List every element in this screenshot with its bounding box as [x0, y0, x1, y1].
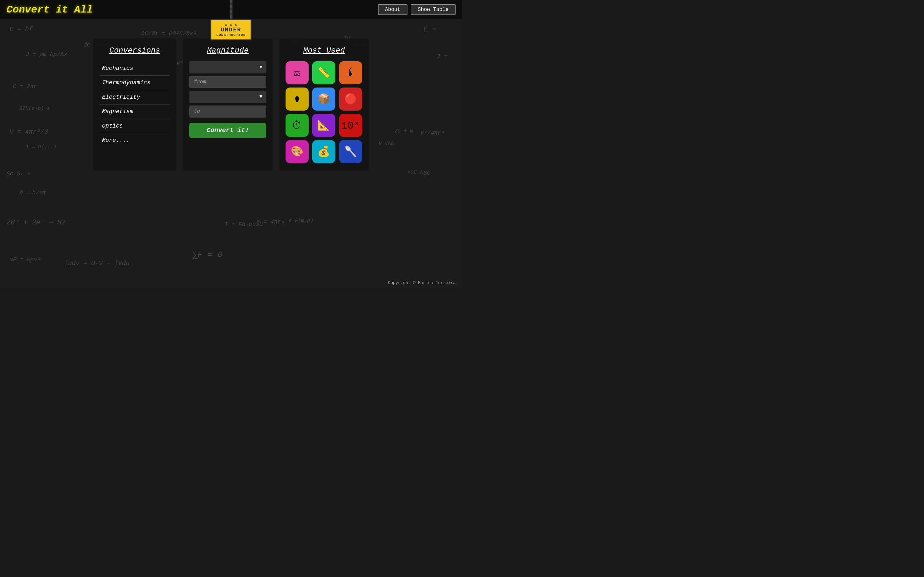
convert-button[interactable]: Convert it! [189, 123, 266, 138]
sidebar-item-optics[interactable]: Optics [99, 119, 170, 133]
chalk-formula-16: ε = 4πε₀ [257, 218, 284, 225]
conversions-title: Conversions [99, 46, 170, 55]
most-used-icon-mass[interactable]: ⚱ [286, 87, 309, 111]
most-used-icon-spoon[interactable]: 🥄 [339, 140, 362, 163]
copyright-text: Copyright © Marina Ferreira [388, 280, 456, 285]
magnitude-panel: Magnitude ▼ ▼ Convert it! [183, 39, 273, 171]
show-table-button[interactable]: Show Table [411, 4, 456, 15]
about-button[interactable]: About [378, 4, 407, 15]
chalk-formula-9: ωF = ½ρv² [10, 256, 41, 263]
most-used-icon-money[interactable]: 💰 [312, 140, 335, 163]
magnitude-to-select[interactable] [189, 91, 266, 103]
uc-main-text: UNDER [216, 27, 246, 33]
sidebar-item-magnetism[interactable]: Magnetism [99, 105, 170, 119]
chalk-formula-11: ∑F = 0 [192, 250, 223, 259]
chalk-formula-8: 2H⁺ + 2e⁻ → Hz [6, 218, 66, 227]
uc-top-text: ▲ ▲ ▲ [216, 23, 246, 27]
uc-bottom-text: CONSTRUCTION [216, 33, 246, 37]
most-used-icon-angle[interactable]: 📐 [312, 114, 335, 137]
most-used-icon-temperature[interactable]: 🌡 [339, 61, 362, 84]
most-used-icon-volume[interactable]: 📦 [312, 87, 335, 111]
chalk-formula-19: E = [423, 26, 436, 34]
sidebar-item-more[interactable]: More.... [99, 133, 170, 147]
most-used-title: Most Used [286, 46, 363, 55]
chalk-formula-7: ℏ = h/2π [19, 189, 45, 196]
chalk-formula-22: Sc [423, 170, 431, 176]
under-construction-badge: ▲ ▲ ▲ UNDER CONSTRUCTION [210, 19, 252, 40]
panels-container: Conversions MechanicsThermodynamicsElect… [0, 39, 462, 171]
sidebar-item-electricity[interactable]: Electricity [99, 90, 170, 105]
chalk-formula-10: ∫udv = U·V - ∫Vdu [64, 259, 129, 267]
footer: Copyright © Marina Ferreira [388, 280, 456, 285]
conversions-panel: Conversions MechanicsThermodynamicsElect… [93, 39, 176, 171]
header: Convert it All About Show Table [0, 0, 462, 19]
most-used-icon-weight[interactable]: ⚖ [286, 61, 309, 84]
to-value-input[interactable] [189, 105, 266, 118]
chalk-formula-17: T = Fd·cosθ [225, 221, 263, 227]
sidebar-item-mechanics[interactable]: Mechanics [99, 61, 170, 76]
from-value-input[interactable] [189, 76, 266, 88]
chalk-formula-0: E = hf [10, 26, 33, 33]
most-used-icon-color[interactable]: 🎨 [286, 140, 309, 163]
most-used-icon-exponent[interactable]: 10ˣ [339, 114, 362, 137]
magnitude-title: Magnitude [189, 46, 266, 55]
conversion-items-container: MechanicsThermodynamicsElectricityMagnet… [99, 61, 170, 147]
app-title: Convert it All [6, 4, 93, 16]
most-used-icon-ruler[interactable]: 📏 [312, 61, 335, 84]
chalk-formula-14: ∂C/∂t = D∂²C/∂x² [141, 31, 197, 37]
header-buttons: About Show Table [378, 4, 456, 15]
sidebar-item-thermodynamics[interactable]: Thermodynamics [99, 76, 170, 90]
magnitude-from-select[interactable] [189, 61, 266, 73]
most-used-panel: Most Used ⚖📏🌡⚱📦🔴⏱📐10ˣ🎨💰🥄 [279, 39, 369, 171]
to-select-wrapper: ▼ [189, 91, 266, 103]
most-used-icon-pressure[interactable]: 🔴 [339, 87, 362, 111]
most-used-icon-time[interactable]: ⏱ [286, 114, 309, 137]
chalk-formula-6: Sc S₀ + [6, 170, 31, 177]
chalk-formula-18: ε F(m,ρ) [289, 218, 313, 224]
icon-grid: ⚖📏🌡⚱📦🔴⏱📐10ˣ🎨💰🥄 [286, 61, 363, 163]
from-select-wrapper: ▼ [189, 61, 266, 73]
